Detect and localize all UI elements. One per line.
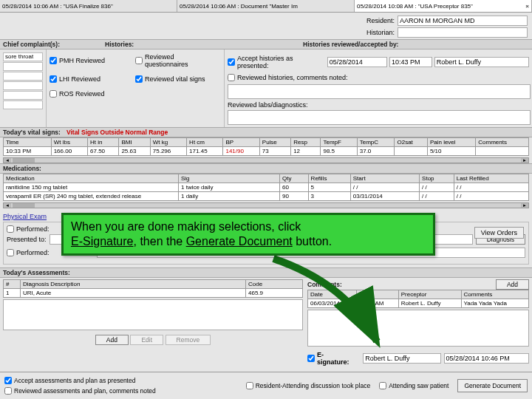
document-tabs: 05/28/2014 10:06 AM : "USA Finalize 836"…	[0, 0, 532, 13]
presented-label: Presented to:	[7, 236, 47, 243]
chk-reviewed-histories[interactable]: Reviewed histories, comments noted:	[228, 74, 348, 81]
chk-attending-saw[interactable]: Attending saw patient	[379, 382, 449, 389]
add-button[interactable]: Add	[95, 335, 129, 345]
chk-pmh[interactable]: PMH Reviewed	[50, 57, 131, 64]
resident-value[interactable]: AARON M MORGAN MD	[398, 16, 528, 26]
reviewed-labs-text[interactable]	[228, 110, 531, 125]
chk-ros[interactable]: ROS Reviewed	[50, 90, 131, 98]
vh: BMI	[119, 138, 150, 147]
scroll-right-icon[interactable]: ►	[521, 203, 528, 208]
tutorial-callout: When you are done making selections, cli…	[61, 213, 435, 256]
assess-blank	[3, 299, 303, 330]
chk-accept-assess[interactable]: Accept assessments and plan as presented	[4, 377, 135, 384]
assess-table: # Diagnosis Description Code 1 URI, Acut…	[3, 279, 303, 298]
vh: TempC	[357, 138, 395, 147]
generate-document-button[interactable]: Generate Document	[457, 379, 528, 392]
cc-line[interactable]	[3, 81, 43, 90]
vh: TempF	[321, 138, 357, 147]
chief-complaint-list: sore throat	[3, 52, 43, 109]
section-histories: Histories:	[102, 39, 300, 50]
vh: Wt lbs	[51, 138, 87, 147]
chk-vital[interactable]: Reviewed vital signs	[135, 75, 216, 83]
resident-label: Resident:	[366, 17, 395, 24]
chk-resident-attending[interactable]: Resident-Attending discussion took place	[246, 382, 370, 389]
section-assess: Today's Assessments:	[0, 267, 532, 278]
chk-lhi[interactable]: LHI Reviewed	[50, 75, 131, 83]
vh: Pulse	[259, 138, 290, 147]
edit-button[interactable]: Edit	[130, 335, 163, 345]
scroll-left-icon[interactable]: ◄	[4, 158, 11, 163]
historian-label: Historian:	[366, 29, 395, 36]
vitals-row[interactable]: 10:33 PM 166.00 67.50 25.63 75.296 171.4…	[4, 147, 529, 156]
chk-reviewed-assess[interactable]: Reviewed assessments and plan, comments …	[4, 387, 156, 395]
close-icon[interactable]: ×	[525, 3, 529, 10]
meds-row[interactable]: ranitidine 150 mg tablet 1 twice daily 6…	[4, 183, 529, 192]
reviewed-labs-label: Reviewed labs/diagnostics:	[228, 101, 308, 109]
section-vitals: Today's vital signs:	[3, 129, 61, 136]
meds-scroll[interactable]: ◄ ►	[3, 202, 529, 208]
cc-line[interactable]	[3, 91, 43, 100]
scroll-thumb[interactable]	[13, 158, 35, 163]
comments-table: Date Time Preceptor Comments 06/03/2014 …	[307, 290, 529, 308]
vh: Pain level	[427, 138, 475, 147]
section-comments: Comments:	[307, 281, 496, 288]
accept-time[interactable]: 10:43 PM	[389, 57, 432, 67]
assess-row[interactable]: 1 URI, Acute 465.9	[4, 289, 303, 298]
section-chief: Chief complaint(s):	[0, 39, 102, 50]
vh: Ht in	[88, 138, 119, 147]
chk-accept-histories[interactable]: Accept histories as presented:	[228, 55, 321, 69]
vh: Wt kg	[150, 138, 186, 147]
cc-line[interactable]	[3, 72, 43, 81]
scroll-thumb[interactable]	[13, 203, 35, 208]
historian-value[interactable]	[398, 27, 528, 38]
scroll-right-icon[interactable]: ►	[521, 158, 528, 163]
comments-area[interactable]	[307, 310, 529, 347]
view-orders-button[interactable]: View Orders	[474, 227, 524, 239]
vitals-scroll[interactable]: ◄ ►	[3, 157, 529, 163]
chk-esignature[interactable]: E-signature:	[307, 351, 355, 366]
vitals-warn: Vital Signs Outside Normal Range	[66, 129, 168, 136]
vh: Time	[4, 138, 52, 147]
comments-row[interactable]: 06/03/2014 11:57 AM Robert L. Duffy Yada…	[308, 299, 529, 308]
add-comment-button[interactable]: Add	[496, 279, 529, 290]
cc-line[interactable]: sore throat	[3, 52, 43, 61]
accept-date[interactable]: 05/28/2014	[327, 57, 387, 67]
vh: Resp	[291, 138, 321, 147]
remove-button[interactable]: Remove	[166, 335, 211, 345]
esig-name[interactable]: Robert L. Duffy	[363, 353, 440, 364]
accept-by[interactable]: Robert L. Duffy	[434, 57, 529, 67]
esig-date[interactable]: 05/28/2014 10:46 PM	[444, 353, 529, 364]
vh: BP	[223, 138, 259, 147]
scroll-left-icon[interactable]: ◄	[4, 203, 11, 208]
tab-1[interactable]: 05/28/2014 10:06 AM : Document "Master I…	[177, 0, 355, 12]
vh: O2sat	[395, 138, 427, 147]
reviewed-histories-text[interactable]	[228, 84, 531, 99]
tab-0[interactable]: 05/28/2014 10:06 AM : "USA Finalize 836"	[0, 0, 177, 12]
meds-row[interactable]: verapamil ER (SR) 240 mg tablet, extende…	[4, 192, 529, 201]
section-meds: Medications:	[0, 163, 532, 174]
meds-table: Medication Sig Qty Refills Start Stop La…	[3, 174, 529, 201]
physical-exam-link[interactable]: Physical Exam	[3, 213, 47, 220]
vitals-table: Time Wt lbs Ht in BMI Wt kg Ht cm BP Pul…	[3, 137, 529, 156]
vh: Comments	[476, 138, 529, 147]
cc-line[interactable]	[3, 62, 43, 71]
tab-2[interactable]: 05/28/2014 10:08 AM : "USA Preceptor 835…	[355, 0, 532, 12]
chk-questionnaires[interactable]: Reviewed questionnaires	[135, 53, 216, 68]
vh: Ht cm	[187, 138, 223, 147]
section-hist-reviewed: Histories reviewed/accepted by:	[300, 39, 532, 50]
cc-line[interactable]	[3, 100, 43, 109]
